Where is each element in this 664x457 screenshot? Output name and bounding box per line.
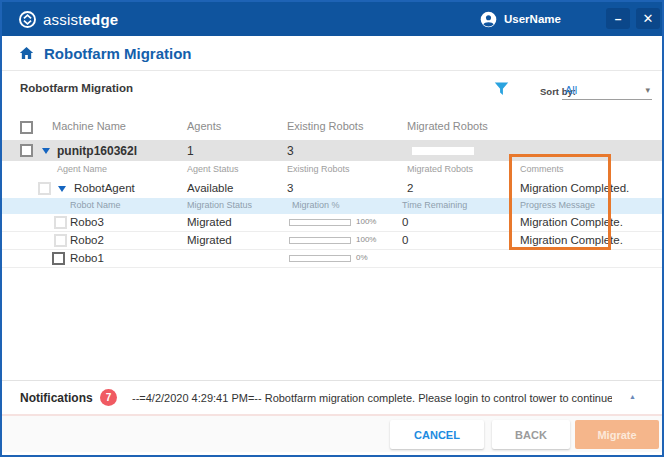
- migration-status: Migrated: [187, 234, 232, 246]
- agent-col-migrated: Migrated Robots: [407, 164, 473, 174]
- agent-existing-robots: 3: [287, 182, 293, 194]
- robot-name: Robo2: [70, 234, 104, 246]
- progress-message: Migration Complete.: [520, 234, 623, 246]
- user-icon: [480, 11, 497, 28]
- machine-expand-caret-icon[interactable]: [42, 148, 50, 154]
- robot-checkbox[interactable]: [52, 252, 65, 265]
- notifications-collapse-icon[interactable]: ▲: [629, 393, 636, 400]
- footer-bar: CANCEL BACK Migrate: [2, 416, 662, 452]
- agent-header-row: Agent Name Agent Status Existing Robots …: [2, 162, 662, 178]
- column-header-machine-name: Machine Name: [52, 120, 126, 132]
- robot-col-message: Progress Message: [520, 200, 595, 210]
- bottom-strip: [2, 452, 662, 457]
- robot-checkbox[interactable]: [54, 234, 67, 247]
- agent-comments-cell: Migration Completed.: [520, 182, 629, 194]
- nav-bar: Robotfarm Migration: [2, 36, 662, 71]
- agent-col-name: Agent Name: [57, 164, 107, 174]
- agent-col-status: Agent Status: [187, 164, 239, 174]
- assistedge-logo-icon: [18, 10, 37, 29]
- agent-row[interactable]: RobotAgent Available 3 2 Migration Compl…: [2, 179, 662, 198]
- section-title: Robotfarm Migration: [20, 82, 133, 94]
- robot-name: Robo3: [70, 216, 104, 228]
- machine-agents-count: 1: [187, 144, 194, 158]
- robot-name: Robo1: [70, 252, 104, 264]
- agent-migrated-robots: 2: [407, 182, 413, 194]
- notification-message: --=4/2/2020 4:29:41 PM=-- Robotfarm migr…: [132, 392, 612, 404]
- migration-progress-bar: [289, 237, 351, 244]
- robot-header-row: Robot Name Migration Status Migration % …: [2, 198, 662, 214]
- agent-col-existing: Existing Robots: [287, 164, 350, 174]
- close-button[interactable]: ✕: [636, 8, 660, 29]
- dropdown-arrow-icon: ▾: [645, 85, 650, 95]
- agent-checkbox[interactable]: [38, 182, 51, 195]
- migration-pct-label: 0%: [356, 253, 368, 262]
- brand: assistedge: [18, 10, 118, 29]
- agent-expand-caret-icon[interactable]: [58, 186, 66, 192]
- username: UserName: [504, 13, 561, 25]
- machine-name: punitp160362l: [57, 144, 137, 158]
- page-title: Robotfarm Migration: [44, 45, 192, 62]
- user-menu[interactable]: UserName: [480, 2, 561, 36]
- agent-name: RobotAgent: [74, 182, 135, 194]
- column-header-existing-robots: Existing Robots: [287, 120, 363, 132]
- back-button[interactable]: BACK: [492, 420, 570, 449]
- sort-dropdown[interactable]: All ▾: [562, 82, 652, 100]
- titlebar: assistedge UserName – ✕: [2, 2, 662, 36]
- agent-status: Available: [187, 182, 233, 194]
- migrate-button[interactable]: Migrate: [575, 420, 659, 449]
- notifications-bar: Notifications 7 --=4/2/2020 4:29:41 PM=-…: [2, 380, 662, 414]
- robot-col-status: Migration Status: [187, 200, 252, 210]
- robot-col-time: Time Remaining: [402, 200, 467, 210]
- sort-value: All: [565, 84, 577, 96]
- time-remaining: 0: [402, 234, 408, 246]
- app-window: assistedge UserName – ✕ Robotfarm Migrat…: [0, 0, 664, 457]
- machine-existing-robots-count: 3: [287, 144, 294, 158]
- brand-name: assistedge: [43, 11, 118, 28]
- robot-checkbox[interactable]: [54, 216, 67, 229]
- migration-status: Migrated: [187, 216, 232, 228]
- progress-message: Migration Complete.: [520, 216, 623, 228]
- migration-progress-bar: [289, 219, 351, 226]
- cancel-button[interactable]: CANCEL: [390, 420, 484, 449]
- robot-row-robo2[interactable]: Robo2 Migrated 100% 0 Migration Complete…: [2, 232, 662, 250]
- notifications-badge: 7: [100, 389, 117, 406]
- filter-icon[interactable]: [493, 80, 510, 97]
- machine-checkbox[interactable]: [20, 144, 33, 157]
- migration-progress-bar: [289, 255, 351, 262]
- migration-pct-label: 100%: [356, 217, 376, 226]
- time-remaining: 0: [402, 216, 408, 228]
- robot-col-pct: Migration %: [292, 200, 340, 210]
- robot-row-robo3[interactable]: Robo3 Migrated 100% 0 Migration Complete…: [2, 214, 662, 232]
- column-header-agents: Agents: [187, 120, 221, 132]
- column-header-migrated-robots: Migrated Robots: [407, 120, 488, 132]
- table-header-row: Machine Name Agents Existing Robots Migr…: [2, 120, 662, 138]
- robot-col-name: Robot Name: [70, 200, 121, 210]
- agent-col-comments: Comments: [520, 164, 564, 174]
- machine-migrated-progress-bar: [412, 147, 474, 155]
- robot-row-robo1[interactable]: Robo1 0%: [2, 250, 662, 268]
- minimize-button[interactable]: –: [606, 8, 630, 29]
- machine-row[interactable]: punitp160362l 1 3: [2, 140, 662, 161]
- notifications-label: Notifications: [20, 391, 93, 405]
- select-all-checkbox[interactable]: [20, 121, 33, 134]
- home-icon[interactable]: [18, 45, 35, 61]
- migration-pct-label: 100%: [356, 235, 376, 244]
